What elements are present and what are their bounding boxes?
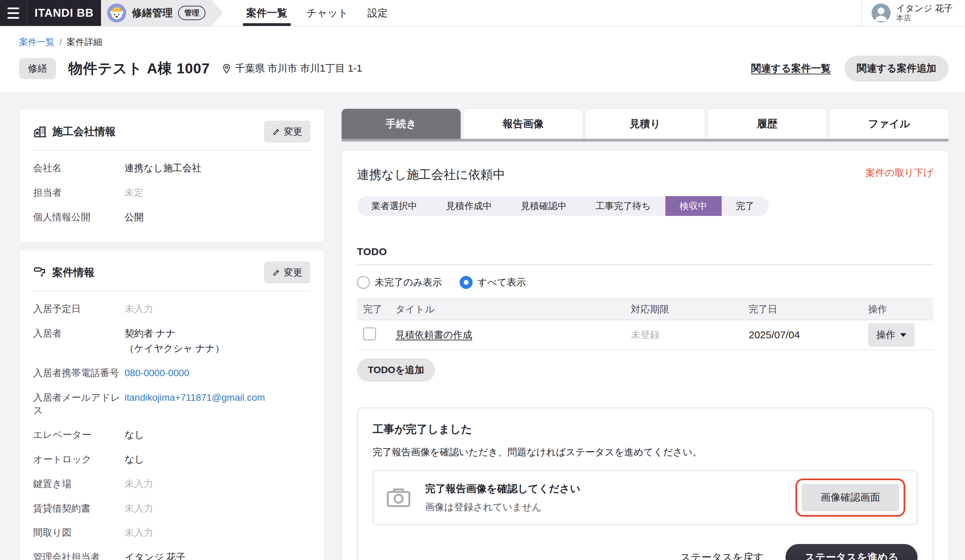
add-related-case-button[interactable]: 関連する案件追加 [844,56,949,82]
tab-procedure[interactable]: 手続き [342,109,461,139]
tenant-phone-link[interactable]: 080-0000-0000 [124,367,190,380]
todo-row: 見積依頼書の作成 未登録 2025/07/04 操作 [357,320,933,350]
col-header-done-date: 完了日 [743,299,862,320]
case-info-card: 案件情報 変更 入居予定日 未入力 入居者 契約者 ナナ（ケイヤクシャ ナナ） [19,250,324,560]
nav-item-chat[interactable]: チャット [297,0,358,26]
detail-tabs: 手続き 報告画像 見積り 履歴 ファイル [342,109,949,139]
page-title-row: 修繕 物件テスト A棟 1007 千葉県 市川市 市川1丁目 1-1 関連する案… [0,48,965,92]
col-header-action: 操作 [862,299,933,320]
image-check-subtitle: 画像は登録されていません [425,501,581,514]
image-check-title: 完了報告画像を確認してください [425,482,581,496]
info-row: エレベーター なし [33,428,311,441]
info-row: 鍵置き場 未入力 [33,477,311,490]
top-band: ITANDI BB 修繕管理 管理 案件一覧 チャット 設定 [0,0,965,92]
info-row: 入居者携帯電話番号 080-0000-0000 [33,367,311,380]
todo-checkbox[interactable] [363,327,376,340]
status-back-button[interactable]: ステータスを戻す [680,550,764,560]
camera-icon [385,484,412,511]
tab-history[interactable]: 履歴 [708,109,827,139]
left-column: 施工会社情報 変更 会社名 連携なし施工会社 担当者 未定 [19,109,324,560]
info-row: 管理会社担当者 イタンジ 花子test@itandi.co.jp [33,551,311,560]
building-icon [33,125,47,139]
right-column: 手続き 報告画像 見積り 履歴 ファイル 連携なし施工会社に依頼中 案件の取り下… [342,109,949,560]
completion-description: 完了報告画像を確認いただき、問題なければステータスを進めてください。 [373,446,918,459]
col-header-title: タイトル [389,299,625,320]
info-row: 賃貸借契約書 未入力 [33,502,311,515]
info-row: 担当者 未定 [33,186,311,199]
tab-files[interactable]: ファイル [829,109,949,139]
header-nav: 案件一覧 チャット 設定 [237,0,397,26]
filter-incomplete-only[interactable]: 未完了のみ表示 [357,276,442,289]
info-row: 会社名 連携なし施工会社 [33,162,311,175]
chevron-down-icon [900,333,906,337]
status-forward-button[interactable]: ステータスを進める [785,544,918,560]
todo-done-date: 2025/07/04 [749,329,800,340]
bear-mascot-icon [107,3,126,23]
info-row: 個人情報公開 公開 [33,211,311,224]
todo-title-link[interactable]: 見積依頼書の作成 [396,330,472,340]
user-name: イタンジ 花子 [896,3,953,14]
todo-heading: TODO [357,246,933,258]
breadcrumb-case-list-link[interactable]: 案件一覧 [19,36,55,48]
contractor-edit-button[interactable]: 変更 [264,121,311,142]
todo-filters: 未完了のみ表示 すべて表示 [357,276,933,289]
step-inspection: 検収中 [666,196,722,216]
case-type-badge: 修繕 [19,58,56,79]
radio-selected-icon[interactable] [460,276,473,289]
withdraw-case-link[interactable]: 案件の取り下げ [866,167,933,180]
case-edit-button[interactable]: 変更 [264,261,311,283]
related-cases-link[interactable]: 関連する案件一覧 [751,62,831,75]
info-row: 入居者 契約者 ナナ（ケイヤクシャ ナナ） [33,327,311,355]
col-header-due: 対応期限 [625,299,743,320]
itandi-bb-logo: ITANDI BB [27,0,101,26]
nav-item-case-list[interactable]: 案件一覧 [237,0,297,26]
add-todo-button[interactable]: TODOを追加 [357,358,435,382]
user-menu[interactable]: イタンジ 花子 本店 [861,0,965,26]
todo-action-button[interactable]: 操作 [868,323,914,347]
tenant-email-link[interactable]: itandikojima+711871@gmail.com [124,391,265,417]
contractor-card-title: 施工会社情報 [52,124,116,139]
filter-show-all[interactable]: すべて表示 [460,276,526,289]
tab-underline-bar [342,139,949,142]
tab-estimate[interactable]: 見積り [586,109,705,139]
step-done: 完了 [722,196,769,216]
page-title: 物件テスト A棟 1007 [68,59,210,78]
image-confirm-button[interactable]: 画像確認画面 [801,484,899,511]
col-header-done: 完了 [357,299,389,320]
step-awaiting-completion: 工事完了待ち [581,196,666,216]
location-pin-icon [221,64,232,73]
status-stepper: 業者選択中 見積作成中 見積確認中 工事完了待ち 検収中 完了 [357,196,769,216]
nav-item-settings[interactable]: 設定 [358,0,397,26]
tab-report-images[interactable]: 報告画像 [464,109,583,139]
user-avatar [872,3,891,23]
info-row: 間取り図 未入力 [33,526,311,539]
pencil-icon [272,127,280,136]
image-check-box: 完了報告画像を確認してください 画像は登録されていません 画像確認画面 [373,470,918,525]
step-vendor-selection: 業者選択中 [357,196,432,216]
user-branch: 本店 [896,14,953,23]
completion-heading: 工事が完了しました [373,422,918,437]
app-name: 修繕管理 [132,6,173,20]
app-header: ITANDI BB 修繕管理 管理 案件一覧 チャット 設定 [0,0,965,26]
hamburger-menu-icon[interactable] [0,0,27,26]
status-heading: 連携なし施工会社に依頼中 [357,167,505,183]
todo-due: 未登録 [631,330,659,340]
procedure-panel: 連携なし施工会社に依頼中 案件の取り下げ 業者選択中 見積作成中 見積確認中 工… [342,150,949,560]
info-row: 入居予定日 未入力 [33,302,311,315]
contractor-info-card: 施工会社情報 変更 会社名 連携なし施工会社 担当者 未定 [19,109,324,242]
completion-card: 工事が完了しました 完了報告画像を確認いただき、問題なければステータスを進めてく… [357,408,933,560]
property-address: 千葉県 市川市 市川1丁目 1-1 [221,62,362,75]
radio-icon[interactable] [357,276,370,289]
step-estimate-creation: 見積作成中 [432,196,506,216]
app-switcher[interactable]: 修繕管理 管理 [101,0,223,26]
case-card-title: 案件情報 [52,265,95,280]
breadcrumb-current: 案件詳細 [67,36,102,48]
step-estimate-confirmation: 見積確認中 [506,196,581,216]
pencil-icon [272,268,280,277]
app-role-badge: 管理 [178,6,205,20]
paint-roller-icon [33,266,47,279]
breadcrumb-separator: / [59,37,62,47]
content-area: 施工会社情報 変更 会社名 連携なし施工会社 担当者 未定 [0,92,965,560]
todo-table: 完了 タイトル 対応期限 完了日 操作 見積依頼書の作成 未登録 2025/07… [357,299,933,350]
annotation-highlight-ring: 画像確認画面 [795,478,905,517]
